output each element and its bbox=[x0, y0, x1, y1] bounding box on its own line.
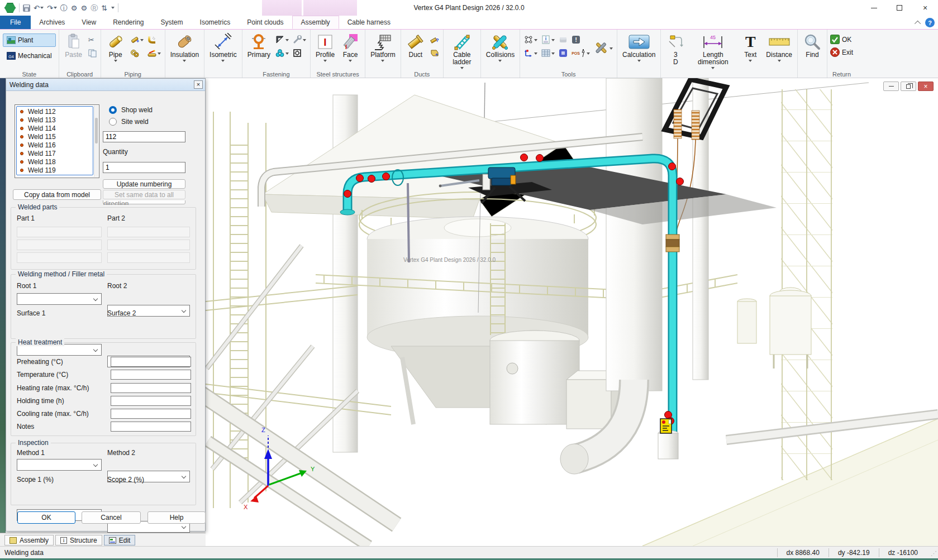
dialog-close-button[interactable]: × bbox=[194, 80, 203, 89]
notes-input[interactable] bbox=[111, 422, 191, 432]
root1-dropdown[interactable] bbox=[17, 293, 102, 305]
preheating-input[interactable] bbox=[111, 357, 191, 367]
model-settings-button[interactable]: ⚙ bbox=[80, 4, 87, 12]
duct-add-button[interactable]: + bbox=[429, 47, 440, 59]
ok-ribbon-button[interactable]: OK bbox=[830, 35, 853, 44]
pipe-branch-button[interactable]: + bbox=[129, 33, 145, 46]
pipe-button[interactable]: Pipe bbox=[104, 31, 127, 63]
resize-grip-icon[interactable]: ⋰ bbox=[928, 548, 937, 557]
dialog-titlebar[interactable]: Welding data × bbox=[6, 79, 205, 91]
info-button[interactable]: ⓘ bbox=[60, 4, 68, 12]
wrench-tool-button[interactable] bbox=[292, 33, 307, 46]
ok-button[interactable]: OK bbox=[17, 511, 75, 524]
maximize-button[interactable] bbox=[887, 0, 912, 16]
registered-button[interactable]: Ⓡ bbox=[91, 4, 98, 12]
weld-list[interactable]: Weld 112 Weld 113 Weld 114 Weld 115 Weld… bbox=[15, 104, 99, 178]
settings-button[interactable]: ⚙ bbox=[71, 4, 78, 12]
tab-isometrics[interactable]: Isometrics bbox=[192, 16, 239, 29]
update-numbering-button[interactable]: Update numbering bbox=[103, 179, 185, 189]
duct-query-button[interactable]: ? bbox=[429, 33, 440, 46]
exit-ribbon-button[interactable]: Exit bbox=[830, 47, 853, 57]
cooling-rate-input[interactable] bbox=[111, 409, 191, 419]
find-button[interactable]: Find bbox=[801, 31, 824, 60]
list-item[interactable]: Weld 119 bbox=[17, 166, 93, 174]
list-item[interactable]: Weld 113 bbox=[17, 116, 93, 124]
quantity-input[interactable] bbox=[103, 162, 185, 173]
tab-system[interactable]: System bbox=[153, 16, 192, 29]
save-button[interactable] bbox=[23, 4, 30, 12]
shop-weld-radio[interactable]: Shop weld bbox=[109, 106, 153, 114]
frame-support-button[interactable] bbox=[292, 47, 307, 59]
list-item[interactable]: Weld 112 bbox=[17, 107, 93, 116]
platform-button[interactable]: Platform bbox=[368, 31, 398, 63]
heating-rate-input[interactable] bbox=[111, 383, 191, 393]
corner-bracket-button[interactable] bbox=[274, 33, 290, 46]
close-button[interactable]: × bbox=[912, 0, 938, 16]
tab-rendering[interactable]: Rendering bbox=[104, 16, 152, 29]
tab-view[interactable]: View bbox=[73, 16, 104, 29]
list-item[interactable]: Weld 118 bbox=[17, 157, 93, 166]
method1-dropdown[interactable] bbox=[17, 459, 102, 471]
redo-button[interactable]: ↷ bbox=[47, 4, 57, 12]
warning-button[interactable]: ! bbox=[570, 33, 582, 46]
3d-button[interactable]: 3 D bbox=[664, 31, 687, 67]
cancel-button[interactable]: Cancel bbox=[82, 511, 141, 524]
paste-button[interactable]: Paste bbox=[62, 31, 85, 60]
holding-time-input[interactable] bbox=[111, 396, 191, 406]
list-item[interactable]: Weld 116 bbox=[17, 141, 93, 149]
calculation-button[interactable]: Calculation bbox=[620, 31, 658, 63]
hide-box-button[interactable] bbox=[558, 33, 569, 46]
object-info-button[interactable]: i bbox=[540, 33, 556, 46]
text-button[interactable]: T Text bbox=[739, 31, 762, 63]
undo-button[interactable]: ↶ bbox=[34, 4, 44, 12]
insulation-button[interactable]: Insulation bbox=[168, 31, 201, 63]
tab-cable-harness[interactable]: Cable harness bbox=[339, 16, 399, 29]
duct-button[interactable]: Duct bbox=[404, 31, 427, 60]
list-item[interactable]: Weld 115 bbox=[17, 132, 93, 141]
table-button[interactable] bbox=[540, 47, 556, 59]
tab-assembly-doc[interactable]: Assembly bbox=[4, 535, 54, 545]
viewport-minimize-button[interactable] bbox=[883, 82, 899, 91]
cable-ladder-button[interactable]: Cable ladder bbox=[446, 31, 478, 70]
temperature-input[interactable] bbox=[111, 370, 191, 380]
scrollbar-thumb[interactable] bbox=[95, 118, 98, 143]
copy-data-from-model-button[interactable]: Copy data from model bbox=[13, 189, 101, 200]
pipe-flanges-button[interactable] bbox=[129, 47, 145, 59]
distance-button[interactable]: Distance bbox=[764, 31, 794, 63]
tab-structure-doc[interactable]: i Structure bbox=[55, 535, 102, 545]
tab-assembly[interactable]: Assembly bbox=[292, 16, 339, 29]
list-item[interactable]: Weld 114 bbox=[17, 124, 93, 132]
copy-button[interactable] bbox=[87, 47, 98, 59]
cut-button[interactable]: ✂ bbox=[87, 33, 98, 46]
tab-point-clouds[interactable]: Point clouds bbox=[239, 16, 292, 29]
site-weld-radio[interactable]: Site weld bbox=[109, 117, 149, 126]
tab-archives[interactable]: Archives bbox=[31, 16, 73, 29]
viewport-close-button[interactable]: × bbox=[918, 82, 934, 91]
snap-grid-button[interactable] bbox=[523, 33, 539, 46]
face-button[interactable]: I Face bbox=[339, 31, 362, 63]
sync-button[interactable]: ⇅ bbox=[101, 4, 107, 12]
weld-list-scrollbar[interactable] bbox=[94, 106, 98, 177]
isometric-button[interactable]: Isometric bbox=[207, 31, 239, 63]
mechanical-state-button[interactable]: G4 Mechanical bbox=[3, 49, 56, 63]
move-axes-button[interactable] bbox=[523, 47, 539, 59]
profile-button[interactable]: I Profile bbox=[313, 31, 337, 63]
minimize-button[interactable] bbox=[861, 0, 887, 16]
primary-support-button[interactable]: Primary bbox=[245, 31, 273, 60]
length-dimension-button[interactable]: 45 Length dimension bbox=[689, 31, 737, 70]
weld-number-input[interactable] bbox=[103, 131, 185, 142]
trefoil-support-button[interactable] bbox=[274, 47, 290, 59]
tab-edit-doc[interactable]: Edit bbox=[104, 535, 136, 545]
viewport-restore-button[interactable] bbox=[901, 82, 916, 91]
help-button[interactable]: ? bbox=[925, 18, 935, 27]
customize-toolbar-button[interactable] bbox=[111, 7, 115, 9]
collapse-ribbon-icon[interactable] bbox=[915, 20, 921, 26]
pos-number-button[interactable]: POS bbox=[570, 47, 591, 59]
list-item[interactable]: Weld 117 bbox=[17, 149, 93, 157]
tools-crossed-button[interactable] bbox=[593, 35, 614, 61]
collisions-button[interactable]: Collisions bbox=[484, 31, 517, 63]
plant-state-button[interactable]: Plant bbox=[3, 33, 56, 47]
help-button[interactable]: Help bbox=[147, 511, 206, 524]
equals-button[interactable] bbox=[558, 47, 569, 59]
tab-file[interactable]: File bbox=[0, 16, 31, 29]
